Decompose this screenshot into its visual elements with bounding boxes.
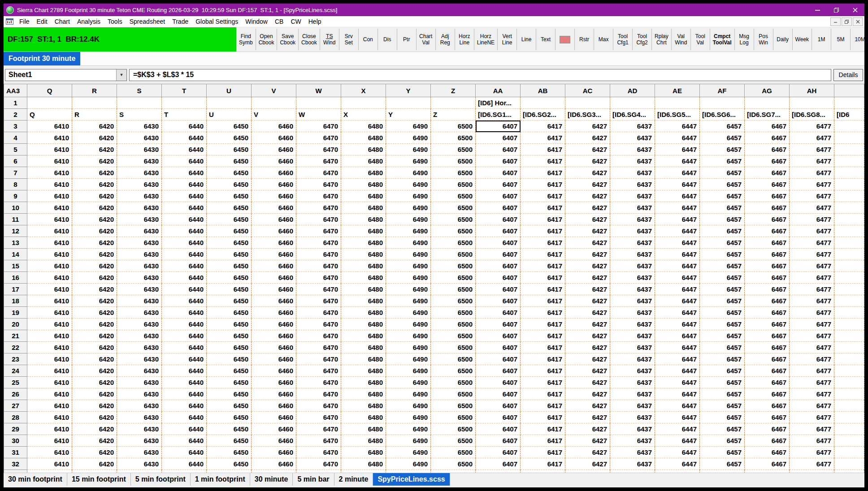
cell-AH27[interactable]: 6477 (790, 400, 834, 412)
row-header-19[interactable]: 19 (4, 307, 27, 319)
cell-AI8[interactable] (834, 179, 864, 190)
row-header-17[interactable]: 17 (4, 284, 27, 295)
cell-AE19[interactable]: 6447 (655, 307, 700, 319)
cell-T16[interactable]: 6440 (162, 272, 207, 284)
chart-tab[interactable]: Footprint 30 minute (4, 52, 80, 65)
cell-AC15[interactable]: 6427 (565, 260, 610, 272)
cell-AI24[interactable] (834, 365, 864, 377)
row-header-5[interactable]: 5 (4, 144, 27, 155)
cell-R29[interactable]: 6420 (72, 423, 117, 435)
cell-R4[interactable]: 6420 (72, 132, 117, 144)
cell-AA2[interactable]: [ID6.SG1... (476, 109, 521, 121)
cell-AA8[interactable]: 6407 (476, 179, 521, 190)
cell-Q14[interactable]: 6410 (27, 249, 72, 260)
cell-U9[interactable]: 6450 (207, 190, 252, 202)
cell-V16[interactable]: 6460 (252, 272, 296, 284)
cell-AA7[interactable]: 6407 (476, 167, 521, 179)
cell-Z14[interactable]: 6500 (431, 249, 476, 260)
cell-Y16[interactable]: 6490 (386, 272, 431, 284)
cell-V3[interactable]: 6460 (252, 121, 296, 132)
cell-W13[interactable]: 6470 (296, 237, 341, 249)
col-header-AA[interactable]: AA (476, 84, 521, 97)
cell-U3[interactable]: 6450 (207, 121, 252, 132)
sheet-tab-30-minute[interactable]: 30 minute (250, 473, 293, 486)
cell-T9[interactable]: 6440 (162, 190, 207, 202)
cell-AB14[interactable]: 6417 (521, 249, 565, 260)
row-header-22[interactable]: 22 (4, 342, 27, 353)
cell-AF25[interactable]: 6457 (700, 377, 745, 388)
cell-W27[interactable]: 6470 (296, 400, 341, 412)
cell-Y27[interactable]: 6490 (386, 400, 431, 412)
cell-AI20[interactable] (834, 319, 864, 330)
cell-Z13[interactable]: 6500 (431, 237, 476, 249)
cell-R17[interactable]: 6420 (72, 284, 117, 295)
tool-color-swatch-button[interactable] (556, 29, 575, 50)
tool-horz-line[interactable]: HorzLine (455, 29, 474, 50)
cell-R8[interactable]: 6420 (72, 179, 117, 190)
cell-Z32[interactable]: 6500 (431, 458, 476, 470)
cell-AD26[interactable]: 6437 (610, 388, 655, 400)
cell-AB3[interactable]: 6417 (521, 121, 565, 132)
cell-AH18[interactable]: 6477 (790, 295, 834, 307)
cell-X20[interactable]: 6480 (341, 319, 386, 330)
cell-AG26[interactable]: 6467 (745, 388, 790, 400)
cell-AH31[interactable]: 6477 (790, 447, 834, 458)
tool-dis[interactable]: Dis (378, 29, 397, 50)
tool-rstr[interactable]: Rstr (575, 29, 594, 50)
cell-S32[interactable]: 6430 (117, 458, 162, 470)
cell-Q31[interactable]: 6410 (27, 447, 72, 458)
cell-AI6[interactable] (834, 155, 864, 167)
cell-AG18[interactable]: 6467 (745, 295, 790, 307)
cell-X6[interactable]: 6480 (341, 155, 386, 167)
mdi-close-button[interactable] (853, 17, 863, 26)
cell-AG11[interactable]: 6467 (745, 214, 790, 225)
cell-T4[interactable]: 6440 (162, 132, 207, 144)
cell-AE22[interactable]: 6447 (655, 342, 700, 353)
cell-T5[interactable]: 6440 (162, 144, 207, 155)
menu-global-settings[interactable]: Global Settings (192, 18, 242, 25)
cell-V12[interactable]: 6460 (252, 225, 296, 237)
row-header-4[interactable]: 4 (4, 132, 27, 144)
cell-Q2[interactable]: Q (27, 109, 72, 121)
close-button[interactable] (846, 4, 864, 16)
cell-T17[interactable]: 6440 (162, 284, 207, 295)
row-header-8[interactable]: 8 (4, 179, 27, 190)
tool-rplay-chrt[interactable]: RplayChrt (652, 29, 672, 50)
cell-AF5[interactable]: 6457 (700, 144, 745, 155)
cell-AH6[interactable]: 6477 (790, 155, 834, 167)
cell-V10[interactable]: 6460 (252, 202, 296, 214)
cell-AD17[interactable]: 6437 (610, 284, 655, 295)
cell-V21[interactable]: 6460 (252, 330, 296, 342)
cell-Q6[interactable]: 6410 (27, 155, 72, 167)
cell-AE3[interactable]: 6447 (655, 121, 700, 132)
cell-Z29[interactable]: 6500 (431, 423, 476, 435)
cell-AF23[interactable]: 6457 (700, 353, 745, 365)
cell-AF28[interactable]: 6457 (700, 412, 745, 423)
cell-AC31[interactable]: 6427 (565, 447, 610, 458)
tool-pos-win[interactable]: PosWin (754, 29, 773, 50)
cell-X10[interactable]: 6480 (341, 202, 386, 214)
cell-U22[interactable]: 6450 (207, 342, 252, 353)
cell-AB12[interactable]: 6417 (521, 225, 565, 237)
cell-S28[interactable]: 6430 (117, 412, 162, 423)
cell-X13[interactable]: 6480 (341, 237, 386, 249)
cell-S1[interactable] (117, 97, 162, 109)
cell-AA9[interactable]: 6407 (476, 190, 521, 202)
cell-Z18[interactable]: 6500 (431, 295, 476, 307)
cell-AD30[interactable]: 6437 (610, 435, 655, 447)
menu-window[interactable]: Window (242, 18, 271, 25)
cell-AH8[interactable]: 6477 (790, 179, 834, 190)
cell-AA6[interactable]: 6407 (476, 155, 521, 167)
cell-AC21[interactable]: 6427 (565, 330, 610, 342)
cell-X29[interactable]: 6480 (341, 423, 386, 435)
cell-W14[interactable]: 6470 (296, 249, 341, 260)
col-header-U[interactable]: U (207, 84, 252, 97)
cell-T24[interactable]: 6440 (162, 365, 207, 377)
cell-S4[interactable]: 6430 (117, 132, 162, 144)
cell-V30[interactable]: 6460 (252, 435, 296, 447)
cell-AC17[interactable]: 6427 (565, 284, 610, 295)
cell-S10[interactable]: 6430 (117, 202, 162, 214)
cell-R21[interactable]: 6420 (72, 330, 117, 342)
cell-AF21[interactable]: 6457 (700, 330, 745, 342)
cell-AC12[interactable]: 6427 (565, 225, 610, 237)
